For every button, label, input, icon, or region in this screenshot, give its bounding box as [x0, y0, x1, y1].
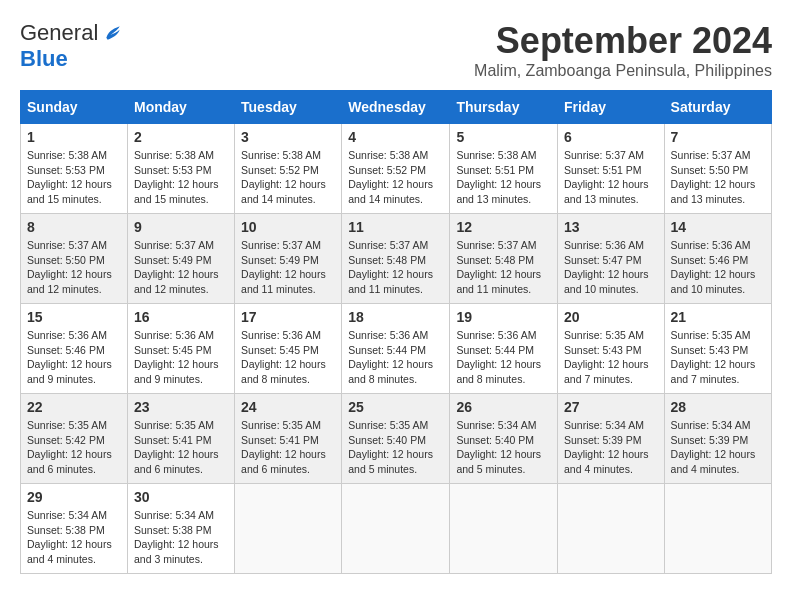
calendar-week-row: 15 Sunrise: 5:36 AM Sunset: 5:46 PM Dayl…: [21, 304, 772, 394]
day-number: 18: [348, 309, 443, 325]
daylight-label: Daylight: 12 hours and 12 minutes.: [134, 268, 219, 295]
daylight-label: Daylight: 12 hours and 11 minutes.: [456, 268, 541, 295]
daylight-label: Daylight: 12 hours and 11 minutes.: [241, 268, 326, 295]
day-number: 6: [564, 129, 658, 145]
sunrise-label: Sunrise: 5:37 AM: [348, 239, 428, 251]
sunrise-label: Sunrise: 5:38 AM: [241, 149, 321, 161]
calendar-cell: [664, 484, 771, 574]
sunset-label: Sunset: 5:47 PM: [564, 254, 642, 266]
day-info: Sunrise: 5:36 AM Sunset: 5:45 PM Dayligh…: [241, 328, 335, 387]
calendar-cell: 26 Sunrise: 5:34 AM Sunset: 5:40 PM Dayl…: [450, 394, 558, 484]
sunset-label: Sunset: 5:53 PM: [134, 164, 212, 176]
calendar-cell: 14 Sunrise: 5:36 AM Sunset: 5:46 PM Dayl…: [664, 214, 771, 304]
sunrise-label: Sunrise: 5:38 AM: [27, 149, 107, 161]
sunrise-label: Sunrise: 5:36 AM: [564, 239, 644, 251]
sunrise-label: Sunrise: 5:37 AM: [134, 239, 214, 251]
daylight-label: Daylight: 12 hours and 8 minutes.: [348, 358, 433, 385]
calendar-cell: 18 Sunrise: 5:36 AM Sunset: 5:44 PM Dayl…: [342, 304, 450, 394]
calendar-cell: 4 Sunrise: 5:38 AM Sunset: 5:52 PM Dayli…: [342, 124, 450, 214]
daylight-label: Daylight: 12 hours and 9 minutes.: [27, 358, 112, 385]
calendar-cell: 9 Sunrise: 5:37 AM Sunset: 5:49 PM Dayli…: [127, 214, 234, 304]
header-monday: Monday: [127, 91, 234, 124]
calendar-cell: 27 Sunrise: 5:34 AM Sunset: 5:39 PM Dayl…: [557, 394, 664, 484]
day-number: 1: [27, 129, 121, 145]
sunrise-label: Sunrise: 5:38 AM: [456, 149, 536, 161]
sunset-label: Sunset: 5:49 PM: [241, 254, 319, 266]
day-info: Sunrise: 5:38 AM Sunset: 5:51 PM Dayligh…: [456, 148, 551, 207]
sunset-label: Sunset: 5:48 PM: [348, 254, 426, 266]
daylight-label: Daylight: 12 hours and 12 minutes.: [27, 268, 112, 295]
calendar-header-row: SundayMondayTuesdayWednesdayThursdayFrid…: [21, 91, 772, 124]
calendar-cell: 1 Sunrise: 5:38 AM Sunset: 5:53 PM Dayli…: [21, 124, 128, 214]
day-number: 25: [348, 399, 443, 415]
sunrise-label: Sunrise: 5:35 AM: [671, 329, 751, 341]
header-thursday: Thursday: [450, 91, 558, 124]
calendar-cell: 6 Sunrise: 5:37 AM Sunset: 5:51 PM Dayli…: [557, 124, 664, 214]
sunset-label: Sunset: 5:44 PM: [348, 344, 426, 356]
calendar-cell: 3 Sunrise: 5:38 AM Sunset: 5:52 PM Dayli…: [235, 124, 342, 214]
day-info: Sunrise: 5:35 AM Sunset: 5:43 PM Dayligh…: [564, 328, 658, 387]
sunset-label: Sunset: 5:40 PM: [348, 434, 426, 446]
sunset-label: Sunset: 5:43 PM: [564, 344, 642, 356]
sunset-label: Sunset: 5:44 PM: [456, 344, 534, 356]
day-number: 28: [671, 399, 765, 415]
calendar-week-row: 8 Sunrise: 5:37 AM Sunset: 5:50 PM Dayli…: [21, 214, 772, 304]
day-info: Sunrise: 5:37 AM Sunset: 5:50 PM Dayligh…: [27, 238, 121, 297]
logo-bird-icon: [101, 23, 121, 43]
title-section: September 2024 Malim, Zamboanga Peninsul…: [474, 20, 772, 80]
day-info: Sunrise: 5:35 AM Sunset: 5:41 PM Dayligh…: [134, 418, 228, 477]
day-info: Sunrise: 5:37 AM Sunset: 5:49 PM Dayligh…: [134, 238, 228, 297]
daylight-label: Daylight: 12 hours and 13 minutes.: [456, 178, 541, 205]
day-number: 22: [27, 399, 121, 415]
sunrise-label: Sunrise: 5:37 AM: [27, 239, 107, 251]
day-info: Sunrise: 5:38 AM Sunset: 5:52 PM Dayligh…: [348, 148, 443, 207]
day-number: 13: [564, 219, 658, 235]
sunset-label: Sunset: 5:41 PM: [134, 434, 212, 446]
daylight-label: Daylight: 12 hours and 11 minutes.: [348, 268, 433, 295]
sunset-label: Sunset: 5:41 PM: [241, 434, 319, 446]
calendar-cell: 23 Sunrise: 5:35 AM Sunset: 5:41 PM Dayl…: [127, 394, 234, 484]
day-number: 9: [134, 219, 228, 235]
header-sunday: Sunday: [21, 91, 128, 124]
sunset-label: Sunset: 5:46 PM: [671, 254, 749, 266]
sunset-label: Sunset: 5:50 PM: [671, 164, 749, 176]
sunrise-label: Sunrise: 5:37 AM: [564, 149, 644, 161]
daylight-label: Daylight: 12 hours and 8 minutes.: [456, 358, 541, 385]
sunrise-label: Sunrise: 5:34 AM: [456, 419, 536, 431]
day-number: 16: [134, 309, 228, 325]
day-number: 14: [671, 219, 765, 235]
day-info: Sunrise: 5:36 AM Sunset: 5:45 PM Dayligh…: [134, 328, 228, 387]
sunset-label: Sunset: 5:51 PM: [564, 164, 642, 176]
day-info: Sunrise: 5:38 AM Sunset: 5:52 PM Dayligh…: [241, 148, 335, 207]
daylight-label: Daylight: 12 hours and 4 minutes.: [671, 448, 756, 475]
calendar-cell: 25 Sunrise: 5:35 AM Sunset: 5:40 PM Dayl…: [342, 394, 450, 484]
calendar-cell: 2 Sunrise: 5:38 AM Sunset: 5:53 PM Dayli…: [127, 124, 234, 214]
day-info: Sunrise: 5:35 AM Sunset: 5:42 PM Dayligh…: [27, 418, 121, 477]
day-info: Sunrise: 5:36 AM Sunset: 5:46 PM Dayligh…: [671, 238, 765, 297]
daylight-label: Daylight: 12 hours and 5 minutes.: [456, 448, 541, 475]
day-info: Sunrise: 5:34 AM Sunset: 5:39 PM Dayligh…: [671, 418, 765, 477]
calendar-week-row: 1 Sunrise: 5:38 AM Sunset: 5:53 PM Dayli…: [21, 124, 772, 214]
header-tuesday: Tuesday: [235, 91, 342, 124]
day-number: 30: [134, 489, 228, 505]
calendar-cell: 21 Sunrise: 5:35 AM Sunset: 5:43 PM Dayl…: [664, 304, 771, 394]
daylight-label: Daylight: 12 hours and 7 minutes.: [671, 358, 756, 385]
day-info: Sunrise: 5:38 AM Sunset: 5:53 PM Dayligh…: [134, 148, 228, 207]
sunrise-label: Sunrise: 5:38 AM: [348, 149, 428, 161]
daylight-label: Daylight: 12 hours and 10 minutes.: [671, 268, 756, 295]
calendar-cell: [557, 484, 664, 574]
calendar-cell: 22 Sunrise: 5:35 AM Sunset: 5:42 PM Dayl…: [21, 394, 128, 484]
sunrise-label: Sunrise: 5:34 AM: [27, 509, 107, 521]
day-info: Sunrise: 5:35 AM Sunset: 5:41 PM Dayligh…: [241, 418, 335, 477]
day-number: 29: [27, 489, 121, 505]
sunset-label: Sunset: 5:38 PM: [27, 524, 105, 536]
sunrise-label: Sunrise: 5:35 AM: [27, 419, 107, 431]
calendar-cell: [450, 484, 558, 574]
page-subtitle: Malim, Zamboanga Peninsula, Philippines: [474, 62, 772, 80]
calendar-cell: 29 Sunrise: 5:34 AM Sunset: 5:38 PM Dayl…: [21, 484, 128, 574]
page-title: September 2024: [474, 20, 772, 62]
day-info: Sunrise: 5:36 AM Sunset: 5:44 PM Dayligh…: [348, 328, 443, 387]
daylight-label: Daylight: 12 hours and 10 minutes.: [564, 268, 649, 295]
calendar-cell: 5 Sunrise: 5:38 AM Sunset: 5:51 PM Dayli…: [450, 124, 558, 214]
calendar-cell: 8 Sunrise: 5:37 AM Sunset: 5:50 PM Dayli…: [21, 214, 128, 304]
